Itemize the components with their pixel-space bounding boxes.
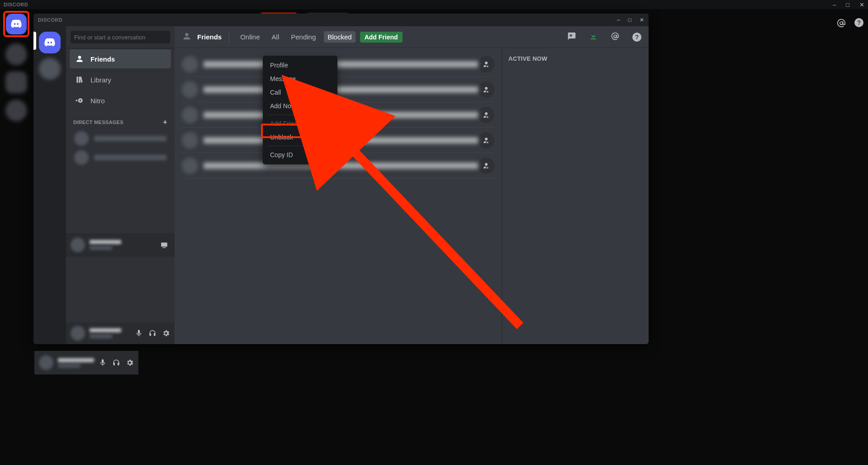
friends-icon [75, 54, 84, 63]
maximize-icon[interactable]: □ [846, 1, 849, 8]
nav-friends-label: Friends [90, 55, 115, 63]
context-menu: Profile Message Call Add Note Add Friend… [263, 56, 337, 164]
outer-title: DISCORD [4, 2, 28, 7]
mic-icon[interactable] [135, 329, 143, 337]
nav-friends[interactable]: Friends [70, 49, 171, 68]
ctx-message[interactable]: Message [266, 72, 335, 86]
divider [229, 32, 229, 42]
mic-icon[interactable] [99, 359, 107, 367]
ctx-profile[interactable]: Profile [266, 58, 335, 72]
library-icon [75, 75, 84, 84]
blocked-user-row[interactable] [182, 153, 494, 178]
nav-nitro-label: Nitro [90, 97, 105, 105]
dm-header: DIRECT MESSAGES [73, 120, 123, 125]
avatar [182, 158, 198, 174]
avatar [182, 81, 198, 98]
maximize-icon[interactable]: □ [628, 17, 631, 23]
close-icon[interactable]: ✕ [859, 1, 864, 8]
unblock-button[interactable] [478, 107, 494, 123]
blocked-user-row[interactable] [182, 102, 494, 128]
help-icon[interactable]: ? [632, 33, 641, 42]
mentions-icon[interactable] [836, 18, 846, 30]
blocked-username [204, 61, 478, 67]
avatar [182, 56, 198, 72]
blocked-user-row[interactable] [182, 128, 494, 153]
ctx-unblock[interactable]: Unblock [266, 130, 335, 144]
server-icon[interactable] [39, 58, 61, 80]
download-icon[interactable] [589, 32, 598, 43]
ctx-separator [267, 115, 333, 115]
headset-icon[interactable] [112, 359, 120, 367]
server-icon-outer[interactable] [5, 100, 27, 121]
dm-item[interactable] [70, 129, 171, 148]
blocked-username [204, 163, 478, 169]
tab-blocked[interactable]: Blocked [324, 31, 355, 43]
ctx-call[interactable]: Call [266, 86, 335, 99]
avatar[interactable] [71, 326, 85, 340]
ctx-add-friend: Add Friend [266, 117, 335, 130]
tab-all[interactable]: All [268, 31, 283, 43]
gear-icon[interactable] [126, 359, 134, 367]
svg-point-1 [80, 100, 81, 101]
screenshare-icon[interactable] [160, 241, 168, 249]
avatar[interactable] [39, 355, 53, 370]
user-info [90, 328, 130, 338]
ctx-add-note[interactable]: Add Note [266, 99, 335, 113]
avatar [182, 107, 198, 123]
inner-title: DISCORD [38, 17, 62, 23]
mentions-icon[interactable] [611, 32, 620, 43]
search-input[interactable] [71, 31, 170, 43]
unblock-button[interactable] [478, 81, 494, 98]
close-icon[interactable]: ✕ [640, 17, 644, 23]
blocked-user-row[interactable] [182, 77, 494, 102]
user-info [90, 240, 156, 250]
blocked-username [204, 112, 478, 118]
minimize-icon[interactable]: – [617, 17, 620, 23]
avatar [182, 132, 198, 149]
new-group-dm-icon[interactable] [567, 32, 576, 43]
add-friend-button[interactable]: Add Friend [360, 32, 403, 43]
nav-library-label: Library [90, 76, 111, 84]
home-button-highlight-outer [3, 11, 29, 37]
nav-library[interactable]: Library [70, 70, 171, 89]
gear-icon[interactable] [162, 329, 170, 337]
nav-nitro[interactable]: Nitro [70, 91, 171, 110]
server-icon-outer[interactable] [5, 72, 27, 93]
home-button[interactable] [39, 32, 61, 53]
dm-item[interactable] [70, 149, 171, 167]
friends-icon [182, 31, 192, 43]
ctx-copy-id[interactable]: Copy ID [266, 148, 335, 162]
unblock-button[interactable] [478, 56, 494, 72]
blocked-username [204, 137, 478, 144]
tab-pending[interactable]: Pending [287, 31, 319, 43]
ctx-separator [267, 146, 333, 146]
topbar-friends-label: Friends [197, 33, 222, 41]
active-now-header: ACTIVE NOW [508, 55, 642, 62]
create-dm-icon[interactable]: + [163, 118, 167, 126]
headset-icon[interactable] [148, 329, 157, 337]
unblock-button[interactable] [478, 158, 494, 174]
minimize-icon[interactable]: – [833, 1, 836, 8]
home-button-outer[interactable] [6, 14, 27, 34]
discord-logo-icon [10, 18, 22, 30]
blocked-user-row[interactable] [182, 52, 494, 77]
unblock-button[interactable] [478, 132, 494, 149]
server-icon-outer[interactable] [5, 43, 27, 65]
discord-logo-icon [44, 37, 56, 48]
avatar[interactable] [71, 238, 85, 252]
tab-online[interactable]: Online [237, 31, 263, 43]
svg-rect-2 [76, 100, 77, 101]
blocked-username [204, 86, 478, 93]
help-icon[interactable]: ? [854, 18, 863, 30]
selected-pill [33, 32, 36, 50]
nitro-icon [75, 96, 84, 105]
